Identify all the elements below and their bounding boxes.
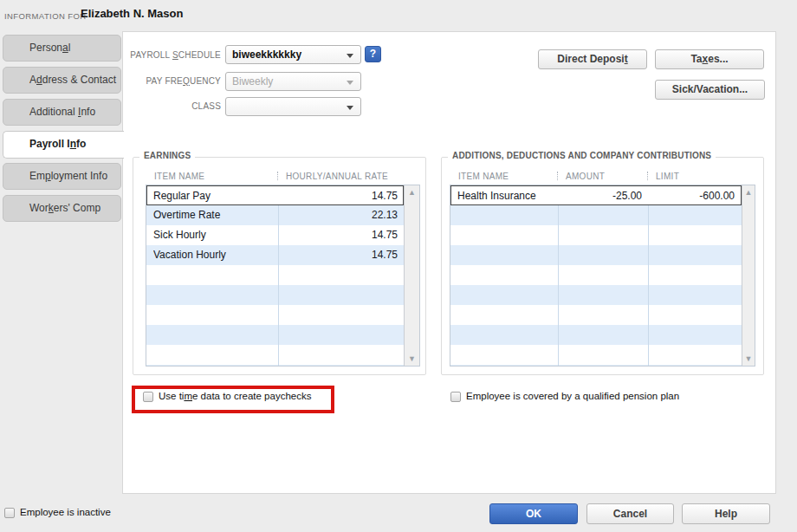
pension-plan-checkbox[interactable]: [450, 392, 461, 402]
class-dropdown[interactable]: [225, 97, 361, 116]
payroll-schedule-label: PAYROLL SCHEDULE: [122, 50, 221, 60]
pension-plan-label: Employee is covered by a qualified pensi…: [466, 391, 679, 401]
tab-personal[interactable]: Personal: [3, 35, 121, 62]
earnings-scrollbar[interactable]: ▲ ▼: [404, 185, 419, 366]
payroll-schedule-value: biweekkkkkky: [232, 49, 301, 61]
employee-inactive-label: Employee is inactive: [20, 507, 111, 517]
deductions-col-amount: AMOUNT: [566, 172, 605, 181]
use-time-data-label: Use time data to create paychecks: [159, 391, 311, 401]
earnings-table-header: ITEM NAME HOURLY/ANNUAL RATE: [146, 169, 420, 185]
tab-employment-info[interactable]: Employment Info: [3, 163, 121, 190]
column-grid-line: [558, 185, 559, 366]
employee-name: Elizabeth N. Mason: [81, 7, 183, 20]
table-row[interactable]: Regular Pay 14.75: [146, 185, 404, 205]
earnings-table: ITEM NAME HOURLY/ANNUAL RATE Regular Pay…: [146, 169, 420, 367]
deductions-col-item-name: ITEM NAME: [458, 172, 509, 181]
use-time-data-checkbox[interactable]: [143, 392, 153, 402]
tab-address-contact[interactable]: Address & Contact: [3, 67, 121, 94]
scroll-up-icon[interactable]: ▲: [742, 188, 755, 197]
scroll-down-icon[interactable]: ▼: [742, 354, 755, 363]
earnings-col-item-name: ITEM NAME: [154, 172, 204, 181]
column-separator: [557, 172, 558, 180]
table-row[interactable]: Health Insurance -25.00 -600.00: [450, 185, 742, 205]
deductions-table-body: Health Insurance -25.00 -600.00 ▲ ▼: [450, 185, 755, 367]
chevron-down-icon: [347, 106, 353, 110]
deductions-col-limit: LIMIT: [656, 172, 679, 181]
class-label: CLASS: [122, 101, 221, 111]
tab-workers-comp[interactable]: Workers' Comp: [3, 195, 121, 222]
information-for-label: INFORMATION FOR: [4, 11, 86, 21]
cancel-button[interactable]: Cancel: [586, 503, 674, 524]
taxes-button[interactable]: Taxes...: [655, 49, 764, 69]
pay-frequency-label: PAY FREQUENCY: [122, 76, 221, 86]
scroll-down-icon[interactable]: ▼: [405, 354, 419, 363]
chevron-down-icon: [347, 81, 353, 85]
help-question-icon[interactable]: ?: [365, 46, 381, 62]
ok-button[interactable]: OK: [489, 503, 578, 524]
direct-deposit-button[interactable]: Direct Deposit: [538, 49, 647, 69]
column-grid-line: [648, 185, 649, 366]
sick-vacation-button[interactable]: Sick/Vacation...: [655, 80, 765, 100]
column-separator: [277, 172, 278, 180]
table-row[interactable]: Overtime Rate 22.13: [146, 205, 404, 225]
tab-payroll-info[interactable]: Payroll Info: [3, 131, 124, 159]
earnings-table-body: Regular Pay 14.75 Overtime Rate 22.13 Si…: [146, 185, 420, 367]
pay-frequency-value: Biweekly: [232, 75, 273, 88]
deductions-group-label: ADDITIONS, DEDUCTIONS AND COMPANY CONTRI…: [448, 151, 716, 160]
pay-frequency-dropdown: Biweekly: [225, 72, 361, 91]
column-separator: [647, 172, 648, 180]
earnings-group-label: EARNINGS: [139, 151, 195, 160]
scroll-up-icon[interactable]: ▲: [405, 188, 419, 197]
help-button[interactable]: Help: [682, 503, 770, 524]
deductions-table: ITEM NAME AMOUNT LIMIT Health Insurance …: [450, 169, 755, 367]
earnings-col-rate: HOURLY/ANNUAL RATE: [286, 172, 388, 181]
table-row[interactable]: Sick Hourly 14.75: [146, 225, 404, 245]
table-row[interactable]: Vacation Hourly 14.75: [146, 245, 404, 265]
deductions-table-header: ITEM NAME AMOUNT LIMIT: [450, 169, 755, 185]
employee-dialog: INFORMATION FOR Elizabeth N. Mason Perso…: [0, 0, 797, 532]
payroll-schedule-dropdown[interactable]: biweekkkkkky: [225, 45, 361, 64]
employee-inactive-checkbox[interactable]: [4, 508, 15, 518]
deductions-scrollbar[interactable]: ▲ ▼: [742, 185, 755, 366]
tab-additional-info[interactable]: Additional Info: [3, 99, 121, 126]
chevron-down-icon: [347, 54, 353, 58]
